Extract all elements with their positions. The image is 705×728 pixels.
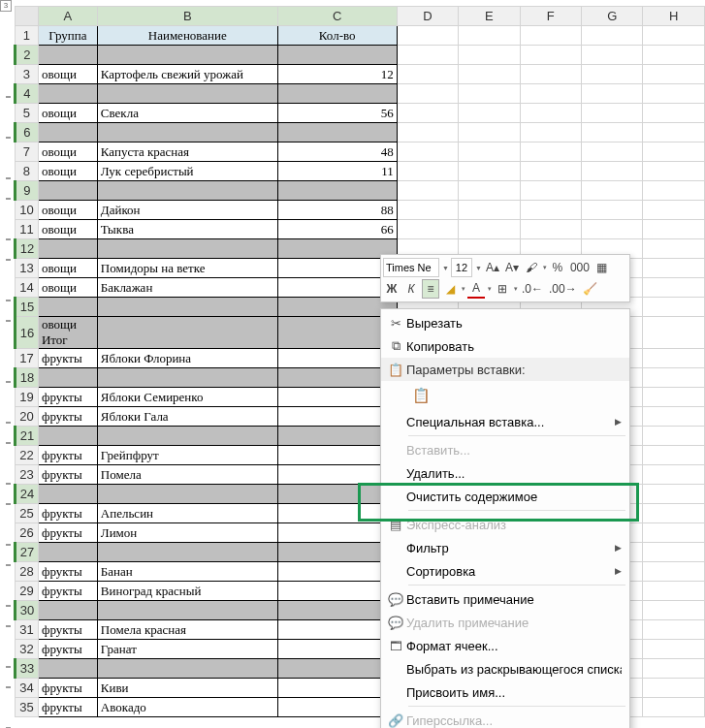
cell[interactable] (520, 26, 581, 46)
cell[interactable]: Апельсин (97, 504, 277, 523)
cell[interactable] (397, 181, 458, 201)
cell[interactable]: Грейпфрут (97, 446, 277, 465)
cell[interactable] (277, 523, 397, 543)
menu-sort[interactable]: Сортировка▶ (381, 559, 629, 583)
cell[interactable] (643, 407, 705, 427)
cell[interactable] (643, 278, 705, 298)
cell[interactable] (520, 46, 581, 65)
cell[interactable]: 48 (277, 142, 397, 162)
font-size-input[interactable] (451, 258, 472, 277)
menu-copy[interactable]: ⧉Копировать (381, 334, 629, 358)
cell[interactable] (582, 220, 643, 239)
cell[interactable] (520, 201, 581, 220)
cell[interactable]: фрукты (38, 620, 97, 640)
cell[interactable]: овощи (38, 278, 97, 298)
cell[interactable] (459, 26, 520, 46)
cell[interactable]: Баклажан (97, 278, 277, 298)
cell[interactable] (277, 659, 397, 679)
cell[interactable] (277, 368, 397, 388)
row-header[interactable]: 5 (16, 104, 39, 123)
cell[interactable] (397, 46, 458, 65)
cell[interactable] (643, 46, 705, 65)
cell[interactable] (643, 259, 705, 278)
cell[interactable] (643, 582, 705, 601)
cell[interactable]: Картофель свежий урожай (97, 65, 277, 84)
select-all-corner[interactable] (16, 7, 39, 26)
cell[interactable] (643, 65, 705, 84)
cell[interactable]: овощи (38, 201, 97, 220)
cell[interactable] (643, 84, 705, 104)
cell[interactable] (459, 201, 520, 220)
row-header[interactable]: 20 (16, 407, 39, 427)
cell[interactable] (38, 298, 97, 317)
cell[interactable] (643, 698, 705, 717)
row-header[interactable]: 19 (16, 388, 39, 407)
cell[interactable] (277, 46, 397, 65)
cell[interactable]: Лук серебристый (97, 162, 277, 181)
cell[interactable] (38, 123, 97, 142)
borders-button[interactable]: ⊞ (494, 279, 511, 299)
cell[interactable] (520, 181, 581, 201)
cell[interactable] (97, 181, 277, 201)
cell[interactable] (277, 317, 397, 349)
cell[interactable] (397, 162, 458, 181)
row-header[interactable]: 23 (16, 465, 39, 485)
cell[interactable] (459, 84, 520, 104)
cell[interactable] (277, 698, 397, 717)
cell[interactable] (277, 349, 397, 368)
cell[interactable] (643, 317, 705, 349)
cell[interactable] (277, 504, 397, 523)
menu-define-name[interactable]: Присвоить имя... (381, 681, 629, 704)
font-name-dropdown-icon[interactable]: ▼ (441, 265, 449, 271)
cell[interactable]: Капуста красная (97, 142, 277, 162)
header-cell[interactable]: Кол-во (277, 26, 397, 46)
cell[interactable]: Виноград красный (97, 582, 277, 601)
row-header[interactable]: 13 (16, 259, 39, 278)
cell[interactable]: овощи (38, 104, 97, 123)
cell[interactable] (643, 220, 705, 239)
cell[interactable] (38, 368, 97, 388)
fill-color-button[interactable]: ◢ (441, 279, 459, 299)
cell[interactable] (582, 201, 643, 220)
cell[interactable] (397, 65, 458, 84)
cell[interactable] (582, 104, 643, 123)
cell[interactable] (459, 162, 520, 181)
cell[interactable] (520, 65, 581, 84)
cell[interactable] (643, 504, 705, 523)
row-header[interactable]: 31 (16, 620, 39, 640)
format-painter-icon[interactable]: 🖌 (523, 258, 540, 277)
cell[interactable] (520, 104, 581, 123)
cell[interactable] (277, 388, 397, 407)
cell[interactable]: овощи (38, 65, 97, 84)
cell[interactable]: овощи (38, 220, 97, 239)
cell[interactable] (277, 427, 397, 446)
cell[interactable]: Помидоры на ветке (97, 259, 277, 278)
cell[interactable] (643, 104, 705, 123)
cell[interactable]: Дайкон (97, 201, 277, 220)
cell[interactable] (277, 562, 397, 582)
increase-decimal-button[interactable]: .00→ (547, 279, 579, 299)
cell[interactable]: фрукты (38, 465, 97, 485)
cell[interactable] (277, 620, 397, 640)
cell[interactable] (38, 485, 97, 504)
row-header[interactable]: 35 (16, 698, 39, 717)
row-header[interactable]: 8 (16, 162, 39, 181)
table-format-icon[interactable]: ▦ (593, 258, 611, 277)
cell[interactable]: Банан (97, 562, 277, 582)
cell[interactable] (643, 620, 705, 640)
col-header-D[interactable]: D (397, 7, 458, 26)
cell[interactable] (643, 465, 705, 485)
clear-format-icon[interactable]: 🧹 (581, 279, 599, 299)
row-header[interactable]: 7 (16, 142, 39, 162)
row-header[interactable]: 24 (16, 485, 39, 504)
row-header[interactable]: 11 (16, 220, 39, 239)
row-header[interactable]: 21 (16, 427, 39, 446)
cell[interactable] (277, 278, 397, 298)
cell[interactable] (38, 239, 97, 259)
percent-button[interactable]: % (549, 258, 566, 277)
col-header-C[interactable]: C (277, 7, 397, 26)
col-header-H[interactable]: H (643, 7, 705, 26)
cell[interactable]: фрукты (38, 388, 97, 407)
cell[interactable] (277, 601, 397, 620)
cell[interactable] (97, 317, 277, 349)
